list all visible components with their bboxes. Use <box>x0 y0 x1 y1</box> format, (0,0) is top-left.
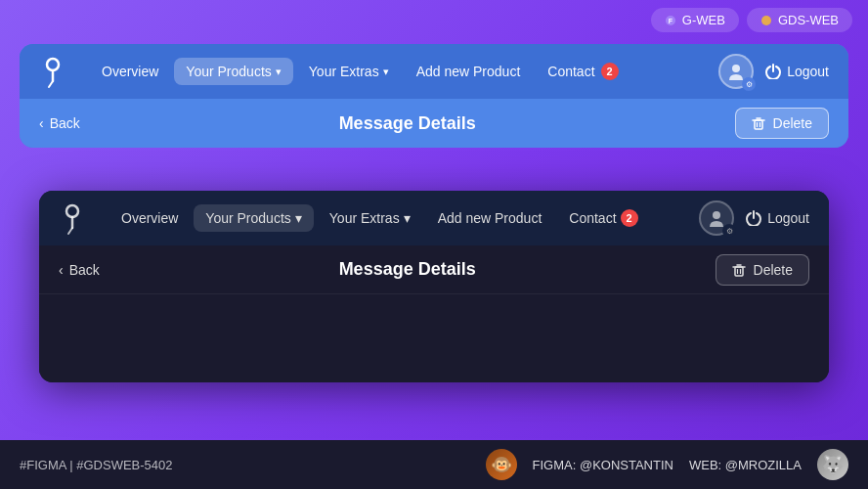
gdsweb-button[interactable]: GDS-WEB <box>747 8 852 32</box>
svg-point-12 <box>66 205 78 217</box>
nav-overview-dark[interactable]: Overview <box>109 204 190 232</box>
contact-badge-dark: 2 <box>621 209 638 227</box>
svg-point-15 <box>713 211 720 219</box>
gdsweb-icon <box>760 15 772 26</box>
monkey-avatar: 🐵 <box>486 449 517 480</box>
gweb-label: G-WEB <box>682 13 725 27</box>
dark-content-area <box>39 294 829 382</box>
nav-contact-light[interactable]: Contact 2 <box>536 57 629 86</box>
nav-your-products-light[interactable]: Your Products ▾ <box>174 58 292 85</box>
logout-button-dark[interactable]: Logout <box>746 210 809 226</box>
gweb-icon: F <box>665 15 676 26</box>
nav-your-extras-light[interactable]: Your Extras ▾ <box>297 58 401 85</box>
chevron-left-icon: ‹ <box>39 115 44 131</box>
chevron-down-icon: ▾ <box>404 210 411 226</box>
bottom-bar: #FIGMA | #GDSWEB-5402 🐵 FIGMA: @KONSTANT… <box>0 440 868 489</box>
svg-point-2 <box>761 16 771 25</box>
dark-sub-bar: ‹ Back Message Details Delete <box>39 245 829 294</box>
svg-rect-16 <box>735 267 743 276</box>
wolf-avatar: 🐺 <box>817 449 848 480</box>
light-logo <box>39 54 74 89</box>
nav-contact-dark[interactable]: Contact 2 <box>557 203 649 233</box>
web-credit: WEB: @MROZILLA <box>689 458 802 472</box>
trash-icon-dark <box>732 263 746 277</box>
power-icon-dark <box>746 210 761 226</box>
light-sub-bar: ‹ Back Message Details Delete <box>20 99 848 148</box>
delete-button-dark[interactable]: Delete <box>716 254 809 286</box>
contact-badge-light: 2 <box>601 63 619 80</box>
light-nav-right: ⚙ Logout <box>718 54 829 89</box>
nav-add-product-dark[interactable]: Add new Product <box>426 204 554 232</box>
light-nav-items: Overview Your Products ▾ Your Extras ▾ A… <box>90 57 718 86</box>
top-bar: F G-WEB GDS-WEB <box>635 0 868 40</box>
dark-navbar: Overview Your Products ▾ Your Extras ▾ A… <box>39 191 829 245</box>
logout-button-light[interactable]: Logout <box>765 64 829 79</box>
figma-credit: FIGMA: @KONSTANTIN <box>533 458 673 472</box>
svg-point-6 <box>732 65 740 72</box>
user-icon <box>727 63 745 80</box>
chevron-down-icon: ▾ <box>276 66 282 78</box>
trash-icon-light <box>752 116 765 130</box>
nav-overview-light[interactable]: Overview <box>90 58 170 85</box>
gear-icon-dark: ⚙ <box>722 224 736 238</box>
back-button-light[interactable]: ‹ Back <box>39 115 80 131</box>
dark-panel: Overview Your Products ▾ Your Extras ▾ A… <box>39 191 829 382</box>
light-page-title: Message Details <box>80 113 735 134</box>
nav-your-products-dark[interactable]: Your Products ▾ <box>194 204 313 232</box>
power-icon-light <box>765 64 781 79</box>
chevron-left-icon: ‹ <box>59 262 64 278</box>
svg-line-5 <box>49 81 53 87</box>
svg-rect-7 <box>755 120 762 129</box>
nav-your-extras-dark[interactable]: Your Extras ▾ <box>318 204 422 232</box>
light-navbar: Overview Your Products ▾ Your Extras ▾ A… <box>20 44 848 99</box>
light-panel: Overview Your Products ▾ Your Extras ▾ A… <box>20 44 848 148</box>
gear-icon-light: ⚙ <box>742 77 756 91</box>
gweb-button[interactable]: F G-WEB <box>651 8 739 32</box>
dark-nav-right: ⚙ Logout <box>699 200 809 236</box>
dark-avatar-wrap[interactable]: ⚙ <box>699 200 734 236</box>
svg-line-14 <box>68 228 72 234</box>
delete-button-light[interactable]: Delete <box>735 108 829 139</box>
dark-nav-items: Overview Your Products ▾ Your Extras ▾ A… <box>109 203 699 233</box>
dark-logo <box>59 200 94 236</box>
svg-point-3 <box>47 59 59 70</box>
nav-add-product-light[interactable]: Add new Product <box>405 58 533 85</box>
user-icon-dark <box>708 209 725 227</box>
chevron-down-icon: ▾ <box>383 66 389 78</box>
svg-text:F: F <box>669 18 673 24</box>
dark-page-title: Message Details <box>100 259 716 280</box>
chevron-down-icon: ▾ <box>295 210 302 226</box>
light-avatar-wrap[interactable]: ⚙ <box>718 54 754 89</box>
gdsweb-label: GDS-WEB <box>778 13 839 27</box>
bottom-right: 🐵 FIGMA: @KONSTANTIN WEB: @MROZILLA 🐺 <box>486 449 848 480</box>
hashtag-text: #FIGMA | #GDSWEB-5402 <box>20 458 173 472</box>
back-button-dark[interactable]: ‹ Back <box>59 262 100 278</box>
